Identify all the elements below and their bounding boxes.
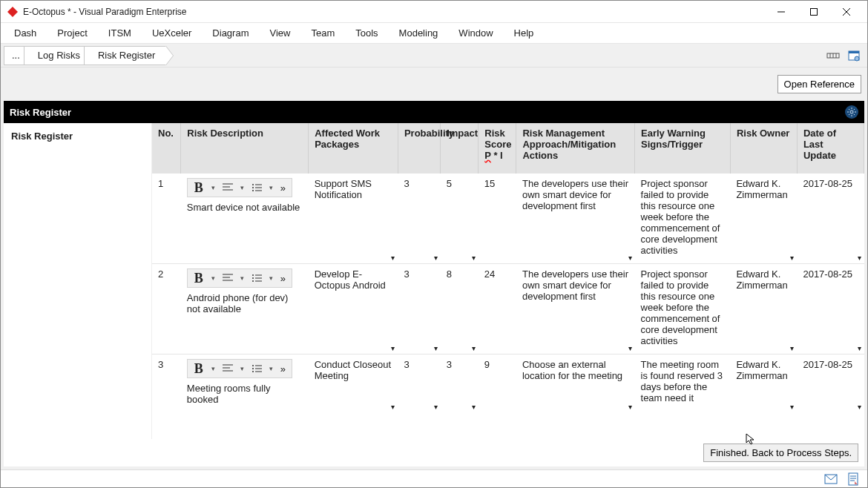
mail-icon[interactable] [824, 472, 838, 486]
menu-dash[interactable]: Dash [4, 24, 47, 42]
bold-dropdown-icon[interactable]: ▾ [210, 274, 217, 282]
cell-awp[interactable]: Conduct Closeout Meeting▾ [309, 355, 398, 413]
breadcrumb-seg-2[interactable]: Risk Register [84, 46, 166, 65]
cell-approach[interactable]: The developers use their own smart devic… [516, 174, 635, 264]
bold-button[interactable]: B [191, 179, 207, 196]
align-button[interactable] [220, 360, 236, 377]
align-button[interactable] [220, 270, 236, 286]
desc-text[interactable]: Smart device not available [187, 202, 303, 213]
cell-date[interactable]: 2017-08-25▾ [797, 355, 864, 413]
bold-dropdown-icon[interactable]: ▾ [210, 184, 217, 191]
note-icon[interactable] [846, 472, 860, 486]
col-header-score[interactable]: Risk Score P * I [479, 123, 516, 174]
cell-owner[interactable]: Edward K. Zimmerman▾ [730, 174, 797, 264]
rich-text-toolbar[interactable]: B▾ ▾ ▾ » [187, 359, 292, 378]
col-header-awp[interactable]: Affected Work Packages [309, 123, 398, 174]
dropdown-icon[interactable]: ▾ [628, 344, 632, 352]
dropdown-icon[interactable]: ▾ [472, 254, 476, 262]
dropdown-icon[interactable]: ▾ [391, 344, 395, 352]
dropdown-icon[interactable]: ▾ [858, 344, 861, 352]
dropdown-icon[interactable]: ▾ [391, 254, 395, 262]
cell-approach[interactable]: The developers use their own smart devic… [516, 264, 635, 355]
rich-text-toolbar[interactable]: B▾ ▾ ▾ » [187, 178, 292, 197]
bold-button[interactable]: B [191, 360, 207, 377]
bold-dropdown-icon[interactable]: ▾ [210, 365, 217, 372]
cell-warning[interactable]: Project sponsor failed to provide this r… [635, 264, 731, 355]
list-button[interactable] [249, 360, 265, 377]
breadcrumb-seg-1[interactable]: Log Risks [24, 46, 91, 65]
menu-uexceler[interactable]: UeXceler [142, 24, 202, 42]
dropdown-icon[interactable]: ▾ [858, 403, 861, 411]
close-button[interactable] [830, 1, 863, 22]
menu-project[interactable]: Project [47, 24, 97, 42]
dropdown-icon[interactable]: ▾ [472, 403, 476, 411]
dropdown-icon[interactable]: ▾ [790, 403, 794, 411]
dropdown-icon[interactable]: ▾ [858, 254, 861, 262]
cell-impact[interactable]: 3▾ [441, 355, 479, 413]
cell-impact[interactable]: 8▾ [441, 264, 479, 355]
cell-impact[interactable]: 5▾ [441, 174, 479, 264]
cell-awp[interactable]: Support SMS Notification▾ [309, 174, 398, 264]
menu-diagram[interactable]: Diagram [202, 24, 259, 42]
bold-button[interactable]: B [191, 270, 207, 286]
cell-date[interactable]: 2017-08-25▾ [797, 264, 864, 355]
open-reference-button[interactable]: Open Reference [777, 75, 861, 93]
align-dropdown-icon[interactable]: ▾ [239, 274, 246, 282]
align-button[interactable] [220, 179, 236, 196]
desc-text[interactable]: Meeting rooms fully booked [187, 383, 303, 405]
cell-desc[interactable]: B▾ ▾ ▾ » Meeting rooms fully booked [181, 355, 309, 413]
cell-desc[interactable]: B▾ ▾ ▾ » Smart device not available [181, 174, 309, 264]
col-header-date[interactable]: Date of Last Update [797, 123, 864, 174]
col-header-owner[interactable]: Risk Owner [730, 123, 797, 174]
col-header-no[interactable]: No. [152, 123, 181, 174]
cell-prob[interactable]: 3▾ [398, 355, 440, 413]
toolbar-window-icon[interactable] [846, 48, 861, 63]
desc-text[interactable]: Android phone (for dev) not available [187, 292, 303, 314]
list-dropdown-icon[interactable]: ▾ [268, 365, 274, 372]
dropdown-icon[interactable]: ▾ [434, 254, 438, 262]
rich-text-toolbar[interactable]: B▾ ▾ ▾ » [187, 268, 292, 288]
cell-awp[interactable]: Develop E-Octopus Android▾ [309, 264, 398, 355]
menu-team[interactable]: Team [300, 24, 345, 42]
maximize-button[interactable] [798, 1, 830, 22]
align-dropdown-icon[interactable]: ▾ [239, 184, 246, 191]
col-header-desc[interactable]: Risk Description [181, 123, 309, 174]
list-dropdown-icon[interactable]: ▾ [268, 184, 274, 191]
panel-settings-icon[interactable] [845, 105, 858, 119]
cell-prob[interactable]: 3▾ [398, 174, 440, 264]
list-button[interactable] [249, 179, 265, 196]
toolbar-measure-icon[interactable] [826, 48, 841, 63]
dropdown-icon[interactable]: ▾ [628, 403, 632, 411]
menu-view[interactable]: View [259, 24, 300, 42]
dropdown-icon[interactable]: ▾ [628, 254, 632, 262]
dropdown-icon[interactable]: ▾ [472, 344, 476, 352]
cell-desc[interactable]: B▾ ▾ ▾ » Android phone (for dev) not ava… [181, 264, 309, 355]
dropdown-icon[interactable]: ▾ [434, 403, 438, 411]
toolbar-more-icon[interactable]: » [277, 273, 289, 284]
menu-window[interactable]: Window [448, 24, 503, 42]
dropdown-icon[interactable]: ▾ [790, 344, 794, 352]
toolbar-more-icon[interactable]: » [277, 182, 289, 194]
col-header-impact[interactable]: Impact [441, 123, 479, 174]
cell-warning[interactable]: Project sponsor failed to provide this r… [635, 174, 731, 264]
cell-warning[interactable]: The meeting room is found reserved 3 day… [635, 355, 731, 413]
menu-help[interactable]: Help [504, 24, 545, 42]
dropdown-icon[interactable]: ▾ [434, 344, 438, 352]
menu-modeling[interactable]: Modeling [389, 24, 449, 42]
minimize-button[interactable] [765, 1, 798, 22]
list-dropdown-icon[interactable]: ▾ [268, 274, 274, 282]
dropdown-icon[interactable]: ▾ [391, 403, 395, 411]
col-header-approach[interactable]: Risk Management Approach/Mitigation Acti… [516, 123, 635, 174]
cell-prob[interactable]: 3▾ [398, 264, 440, 355]
cell-owner[interactable]: Edward K. Zimmerman▾ [730, 264, 797, 355]
col-header-warning[interactable]: Early Warning Signs/Trigger [635, 123, 731, 174]
list-button[interactable] [249, 270, 265, 286]
col-header-prob[interactable]: Probability [398, 123, 440, 174]
finished-button[interactable]: Finished. Back to Process Steps. [703, 444, 858, 462]
align-dropdown-icon[interactable]: ▾ [239, 365, 246, 372]
menu-tools[interactable]: Tools [345, 24, 388, 42]
cell-date[interactable]: 2017-08-25▾ [797, 174, 864, 264]
menu-itsm[interactable]: ITSM [98, 24, 142, 42]
toolbar-more-icon[interactable]: » [277, 363, 289, 375]
cell-approach[interactable]: Choose an external location for the meet… [516, 355, 635, 413]
